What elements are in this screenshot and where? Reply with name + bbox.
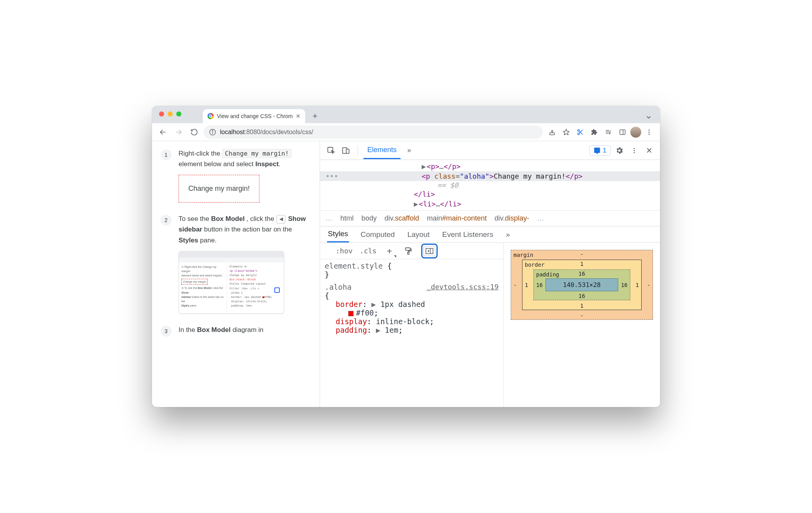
- url-text: localhost:8080/docs/devtools/css/: [220, 129, 313, 136]
- box-content[interactable]: 140.531×28: [546, 278, 618, 291]
- svg-marker-29: [427, 249, 429, 252]
- close-tab-icon[interactable]: ✕: [296, 113, 300, 119]
- address-bar[interactable]: localhost:8080/docs/devtools/css/: [204, 126, 543, 139]
- selected-dom-node[interactable]: ••• <p class="aloha">Change my margin!</…: [320, 171, 660, 181]
- step-number: 2: [161, 215, 172, 226]
- crumb-html[interactable]: html: [340, 214, 354, 222]
- bookmark-icon[interactable]: [560, 126, 572, 138]
- chrome-menu-icon[interactable]: [643, 126, 655, 138]
- tab-layout[interactable]: Layout: [406, 227, 430, 242]
- more-tabs-icon[interactable]: »: [403, 144, 415, 157]
- step-number: 1: [161, 149, 172, 160]
- toolbar: localhost:8080/docs/devtools/css/: [152, 123, 660, 141]
- tab-title: View and change CSS - Chrom: [217, 113, 293, 119]
- svg-point-18: [649, 133, 650, 135]
- svg-point-23: [634, 150, 635, 151]
- content-area: 1 Right-click the Change my margin! elem…: [152, 141, 660, 407]
- styles-pane: :hov .cls + element.style {: [320, 243, 504, 407]
- styles-action-bar: :hov .cls +: [320, 243, 503, 259]
- step-1: 1 Right-click the Change my margin! elem…: [161, 148, 311, 203]
- crumb-main[interactable]: main#main-content: [427, 214, 486, 222]
- styles-tab-bar: Styles Computed Layout Event Listeners »: [320, 226, 660, 243]
- color-swatch-icon[interactable]: [348, 311, 354, 316]
- svg-marker-6: [563, 129, 569, 135]
- new-tab-button[interactable]: +: [309, 110, 321, 122]
- tab-overflow-icon[interactable]: [645, 114, 652, 121]
- close-window-icon[interactable]: [159, 111, 164, 117]
- actions-icon[interactable]: •••: [326, 172, 338, 180]
- svg-rect-25: [405, 248, 410, 250]
- svg-point-8: [578, 133, 579, 135]
- playlist-icon[interactable]: [602, 126, 615, 138]
- breadcrumb[interactable]: … html body div.scaffold main#main-conte…: [320, 211, 660, 226]
- fullscreen-window-icon[interactable]: [176, 111, 181, 117]
- svg-point-17: [649, 131, 650, 133]
- box-margin[interactable]: margin - - - - border 1 1 1 1: [511, 250, 653, 320]
- tab-elements[interactable]: Elements: [363, 142, 401, 159]
- svg-point-7: [578, 129, 579, 131]
- svg-rect-27: [426, 248, 433, 253]
- profile-avatar[interactable]: [630, 127, 641, 138]
- device-toggle-icon[interactable]: [340, 144, 352, 157]
- show-sidebar-inline-icon: ◀: [277, 215, 285, 224]
- source-link[interactable]: _devtools.scss:19: [427, 283, 499, 291]
- demo-element[interactable]: Change my margin!: [179, 175, 259, 203]
- paint-icon[interactable]: [402, 245, 414, 257]
- inspect-element-icon[interactable]: [325, 144, 337, 157]
- screenshot-thumbnail: ① Right-click the Change my margin!eleme…: [179, 251, 284, 314]
- chrome-favicon-icon: [207, 113, 214, 119]
- devtools-panel: Elements » 1 ✕ ▶<p>…</p>: [320, 141, 660, 407]
- sidepanel-icon[interactable]: [616, 126, 629, 138]
- back-button[interactable]: [157, 126, 169, 138]
- share-icon[interactable]: [546, 126, 558, 138]
- browser-tab[interactable]: View and change CSS - Chrom ✕: [203, 109, 305, 123]
- svg-point-16: [649, 129, 650, 131]
- forward-button[interactable]: [172, 126, 185, 138]
- box-model-sidebar: margin - - - - border 1 1 1 1: [504, 243, 660, 407]
- crumb-body[interactable]: body: [361, 214, 377, 222]
- more-subtabs-icon[interactable]: »: [505, 227, 511, 242]
- hover-toggle[interactable]: :hov: [336, 247, 352, 255]
- extensions-icon[interactable]: [588, 126, 601, 138]
- step-number: 3: [161, 326, 172, 337]
- settings-icon[interactable]: [613, 144, 626, 157]
- devtools-main-toolbar: Elements » 1 ✕: [320, 141, 660, 160]
- close-devtools-icon[interactable]: ✕: [643, 144, 655, 157]
- code-chip: Change my margin!: [222, 149, 292, 158]
- window-controls: [159, 111, 181, 117]
- crumb-div-display[interactable]: div.display-: [495, 214, 529, 222]
- svg-point-24: [634, 152, 635, 153]
- tab-styles[interactable]: Styles: [327, 226, 349, 242]
- issues-badge[interactable]: 1: [589, 145, 611, 156]
- box-padding[interactable]: padding 16 16 16 16 140.531×28: [533, 269, 630, 300]
- show-sidebar-button[interactable]: [424, 246, 435, 256]
- scissors-icon[interactable]: [574, 126, 587, 138]
- toolbar-actions: [546, 126, 655, 138]
- show-sidebar-button-highlight: [421, 244, 438, 258]
- classes-toggle[interactable]: .cls: [359, 247, 376, 255]
- minimize-window-icon[interactable]: [168, 111, 173, 117]
- svg-rect-26: [408, 252, 409, 254]
- reload-button[interactable]: [188, 126, 200, 138]
- step-2: 2 To see the Box Model , click the ◀ Sho…: [161, 213, 311, 314]
- browser-window: View and change CSS - Chrom ✕ + localhos…: [152, 106, 660, 407]
- box-border[interactable]: border 1 1 1 1 padding 16 16 16: [522, 260, 642, 310]
- svg-rect-14: [620, 130, 625, 135]
- tab-strip: View and change CSS - Chrom ✕ +: [152, 106, 660, 123]
- page-content: 1 Right-click the Change my margin! elem…: [152, 141, 320, 407]
- tab-event-listeners[interactable]: Event Listeners: [441, 227, 494, 242]
- site-info-icon[interactable]: [209, 129, 216, 136]
- devtools-menu-icon[interactable]: [628, 144, 640, 157]
- new-rule-button[interactable]: +: [384, 245, 395, 257]
- step-3: 3 In the Box Model diagram in: [161, 325, 311, 337]
- dom-tree[interactable]: ▶<p>…</p> ••• <p class="aloha">Change my…: [320, 160, 660, 211]
- css-rules[interactable]: element.style { } .aloha _devtools.scss:…: [320, 259, 503, 407]
- tab-computed[interactable]: Computed: [360, 227, 396, 242]
- svg-point-4: [212, 130, 213, 131]
- svg-rect-21: [346, 149, 349, 153]
- svg-point-22: [634, 148, 635, 149]
- crumb-div-scaffold[interactable]: div.scaffold: [385, 214, 419, 222]
